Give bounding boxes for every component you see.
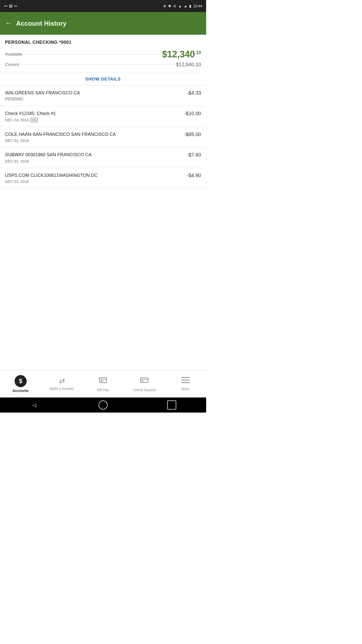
transaction-left: SUBWAY 00301960 SAN FRANCISCO CADEC 01, … [5, 152, 187, 163]
transaction-left: WALGREENS SAN FRANCISCO CAPENDING [5, 90, 187, 101]
transaction-name: COLE HAAN-SAN FRANCISCO SAN FRANCISCO CA [5, 132, 181, 137]
transaction-item[interactable]: SUBWAY 00301960 SAN FRANCISCO CADEC 01, … [0, 147, 206, 168]
transaction-amount: -$85.00 [184, 132, 201, 137]
check-image-icon [31, 118, 38, 122]
transaction-left: COLE HAAN-SAN FRANCISCO SAN FRANCISCO CA… [5, 132, 184, 143]
minus-circle-icon: ⊖ [173, 4, 176, 8]
nav-item-billpay[interactable]: Bill Pay [82, 370, 124, 397]
battery-icon: ▮ [189, 4, 191, 8]
home-system-button[interactable] [99, 400, 108, 410]
more-nav-label: More [182, 387, 190, 391]
status-bar: ••• 🖼 ••• ⊕ ✱ ⊖ ▲ ▲ ▮ 10:44 [0, 0, 206, 12]
transaction-name: WALGREENS SAN FRANCISCO CA [5, 90, 184, 96]
transaction-date: DEC 01, 2018 [5, 159, 184, 163]
transfer-icon: ⇄ [59, 377, 65, 385]
transaction-name: Check #12345: Check #1 [5, 111, 181, 116]
accounts-icon: $ [15, 375, 27, 387]
transaction-item[interactable]: COLE HAAN-SAN FRANCISCO SAN FRANCISCO CA… [0, 127, 206, 147]
transaction-status: PENDING [5, 97, 184, 101]
signal-icon: ••• [4, 4, 8, 8]
account-summary: PERSONAL CHECKING *0001 Available $12,34… [0, 35, 206, 72]
svg-rect-4 [141, 378, 148, 382]
system-nav [0, 397, 206, 413]
transaction-date: DEC 01, 2018 [5, 138, 181, 143]
transaction-amount: -$4.90 [187, 173, 201, 178]
transaction-amount: -$4.33 [187, 90, 201, 96]
image-icon: 🖼 [9, 4, 12, 8]
transaction-left: Check #12345: Check #1DEC 24, 2018 [5, 111, 184, 122]
nav-item-transfer[interactable]: ⇄ Make a transfer [41, 370, 82, 397]
recents-system-button[interactable] [167, 400, 176, 410]
transfer-nav-label: Make a transfer [50, 387, 74, 391]
available-divider [24, 54, 162, 55]
status-left-icons: ••• 🖼 ••• [4, 4, 17, 8]
time-display: 10:44 [193, 4, 202, 8]
header: ← Account History [0, 12, 206, 35]
nav-item-checkdeposit[interactable]: Check Deposit [124, 370, 165, 397]
status-right-icons: ⊕ ✱ ⊖ ▲ ▲ ▮ 10:44 [163, 4, 202, 8]
transaction-amount: -$7.60 [187, 152, 201, 158]
billpay-nav-label: Bill Pay [97, 388, 109, 392]
transaction-date: DEC 01, 2018 [5, 179, 184, 184]
transaction-left: USPS.COM CLICK100611WASHINGTON DCDEC 01,… [5, 173, 187, 184]
wifi-icon: ▲ [178, 4, 182, 8]
transaction-item[interactable]: USPS.COM CLICK100611WASHINGTON DCDEC 01,… [0, 168, 206, 188]
current-divider [21, 64, 176, 65]
transaction-name: SUBWAY 00301960 SAN FRANCISCO CA [5, 152, 184, 158]
back-button[interactable]: ← [5, 20, 12, 27]
more-icon [181, 377, 190, 385]
back-system-button[interactable] [30, 400, 39, 410]
nav-item-accounts[interactable]: $ Accounts [0, 370, 41, 397]
signal2-icon: ••• [14, 4, 17, 8]
sync-icon: ⊕ [163, 4, 166, 8]
account-name: PERSONAL CHECKING *0001 [5, 40, 201, 45]
transaction-item[interactable]: Check #12345: Check #1DEC 24, 2018-$10.0… [0, 106, 206, 127]
bottom-nav: $ Accounts ⇄ Make a transfer Bill Pay [0, 370, 206, 397]
transaction-name: USPS.COM CLICK100611WASHINGTON DC [5, 173, 184, 178]
current-balance-row: Current $12,840.10 [5, 62, 201, 67]
current-label: Current [5, 62, 19, 67]
checkdeposit-icon [140, 376, 149, 386]
available-label: Available [5, 52, 22, 57]
page-title: Account History [16, 20, 67, 27]
current-amount: $12,840.10 [176, 62, 201, 67]
transaction-item[interactable]: WALGREENS SAN FRANCISCO CAPENDING-$4.33 [0, 86, 206, 106]
transaction-date: DEC 24, 2018 [5, 118, 181, 122]
available-balance-row: Available $12,340.10 [5, 49, 201, 60]
transaction-amount: -$10.00 [184, 111, 201, 116]
billpay-icon [99, 376, 108, 386]
transaction-list: WALGREENS SAN FRANCISCO CAPENDING-$4.33C… [0, 86, 206, 370]
checkdeposit-nav-label: Check Deposit [133, 388, 156, 392]
bluetooth-icon: ✱ [168, 4, 171, 8]
show-details-button[interactable]: SHOW DETAILS [0, 72, 206, 86]
accounts-nav-label: Accounts [13, 389, 29, 393]
nav-item-more[interactable]: More [165, 370, 206, 397]
available-amount: $12,340.10 [162, 49, 201, 60]
signal-bars-icon: ▲ [184, 4, 187, 8]
